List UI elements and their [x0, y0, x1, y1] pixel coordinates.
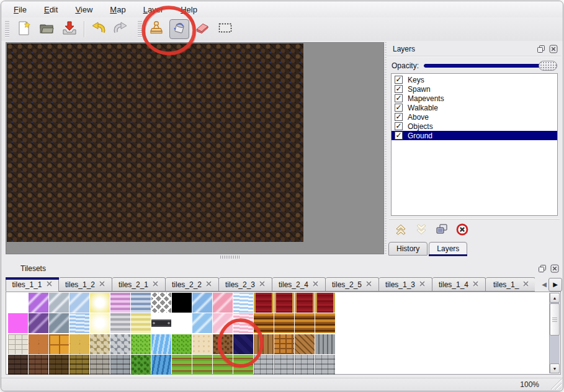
- tab-close-icon[interactable]: [419, 280, 426, 289]
- tileset-tab-tiles_2_5[interactable]: tiles_2_5: [326, 277, 379, 292]
- tile-r4-c7[interactable]: [131, 355, 151, 375]
- tile-r1-c6[interactable]: [110, 293, 130, 313]
- tile-r3-c16[interactable]: [315, 334, 335, 354]
- tab-history[interactable]: History: [388, 242, 427, 256]
- tileset-tab-tiles_1_1[interactable]: tiles_1_1: [6, 277, 59, 292]
- tile-r4-c8[interactable]: [151, 355, 171, 375]
- tab-close-icon[interactable]: [205, 280, 212, 289]
- opacity-slider[interactable]: [424, 60, 557, 71]
- layer-visibility-checkbox[interactable]: ✓: [395, 131, 403, 140]
- tile-r3-c11[interactable]: [213, 334, 233, 354]
- tab-close-icon[interactable]: [46, 280, 53, 289]
- tab-scroll-right-button[interactable]: ▶: [548, 278, 562, 292]
- menu-layer[interactable]: Layer: [143, 5, 164, 14]
- tile-r3-c6[interactable]: [110, 334, 130, 354]
- tile-r2-c5[interactable]: [90, 313, 110, 333]
- tab-scroll-left-button[interactable]: ◀: [540, 278, 548, 291]
- tile-r1-c1[interactable]: [8, 293, 28, 313]
- tileset-tab-tiles_2_1[interactable]: tiles_2_1: [112, 277, 166, 292]
- tile-r1-c15[interactable]: [295, 293, 315, 313]
- tileset-tab-tiles_1[interactable]: tiles_1_: [486, 277, 535, 292]
- map-tile-pattern[interactable]: [7, 43, 303, 242]
- menu-view[interactable]: View: [75, 5, 92, 14]
- tab-close-icon[interactable]: [259, 280, 266, 289]
- tile-r1-c7[interactable]: [131, 293, 151, 313]
- new-button[interactable]: [14, 19, 34, 39]
- tab-close-icon[interactable]: [312, 280, 319, 289]
- horizontal-splitter-grip[interactable]: [220, 256, 240, 259]
- tile-r3-c10[interactable]: [192, 334, 212, 354]
- tile-r4-c12[interactable]: [233, 355, 253, 375]
- layer-visibility-checkbox[interactable]: ✓: [395, 122, 403, 130]
- tile-r1-c3[interactable]: [49, 293, 69, 313]
- tile-r1-c4[interactable]: [69, 293, 89, 313]
- tile-r3-c2[interactable]: [29, 334, 48, 354]
- tileset-scrollbar[interactable]: ▲ ▼: [549, 293, 560, 373]
- stamp-tool-button[interactable]: [146, 19, 166, 39]
- tile-r1-c5[interactable]: [90, 293, 110, 313]
- tile-r2-c15[interactable]: [295, 313, 315, 333]
- tile-r4-c16[interactable]: [315, 355, 335, 375]
- tile-r2-c9[interactable]: [172, 313, 192, 333]
- tile-r2-c3[interactable]: [49, 313, 69, 333]
- tab-close-icon[interactable]: [522, 280, 529, 289]
- fill-tool-button[interactable]: [169, 19, 189, 39]
- redo-button[interactable]: [111, 19, 131, 39]
- scrollbar-down-button[interactable]: ▼: [550, 363, 560, 373]
- layer-row-objects[interactable]: ✓Objects: [392, 122, 557, 131]
- save-button[interactable]: [60, 19, 79, 39]
- layer-row-keys[interactable]: ✓Keys: [392, 75, 557, 84]
- tile-r1-c11[interactable]: [213, 293, 233, 313]
- tile-r3-c4[interactable]: [69, 334, 89, 354]
- layer-row-ground[interactable]: ✓Ground: [392, 131, 557, 140]
- tile-r1-c12[interactable]: [233, 293, 253, 313]
- tab-close-icon[interactable]: [472, 280, 479, 289]
- tab-layers[interactable]: Layers: [429, 242, 467, 256]
- tile-r4-c4[interactable]: [69, 355, 89, 375]
- map-canvas[interactable]: [6, 42, 384, 254]
- move-layer-up-button[interactable]: [394, 223, 408, 236]
- layers-close-button[interactable]: [548, 44, 558, 54]
- tile-r2-c16[interactable]: [315, 313, 335, 333]
- tileset-tab-tiles_2_2[interactable]: tiles_2_2: [166, 277, 219, 292]
- tile-r2-c8[interactable]: [151, 313, 171, 333]
- tile-r3-c15[interactable]: [295, 334, 315, 354]
- tile-r4-c11[interactable]: [213, 355, 233, 375]
- tile-r1-c13[interactable]: [254, 293, 274, 313]
- layer-row-spawn[interactable]: ✓Spawn: [392, 84, 557, 94]
- tile-r1-c16[interactable]: [315, 293, 335, 313]
- open-button[interactable]: [37, 19, 56, 39]
- layer-visibility-checkbox[interactable]: ✓: [395, 85, 403, 93]
- tile-r2-c7[interactable]: [131, 313, 151, 333]
- tileset-tab-tiles_1_4[interactable]: tiles_1_4: [432, 277, 486, 292]
- delete-layer-button[interactable]: [455, 223, 469, 236]
- tile-r1-c10[interactable]: [192, 293, 212, 313]
- tile-r2-c14[interactable]: [274, 313, 294, 333]
- layer-visibility-checkbox[interactable]: ✓: [395, 104, 403, 112]
- tile-r4-c5[interactable]: [90, 355, 110, 375]
- tile-r4-c6[interactable]: [110, 355, 130, 375]
- tilesets-float-button[interactable]: [537, 264, 547, 274]
- tileset-tab-tiles_2_4[interactable]: tiles_2_4: [272, 277, 326, 292]
- layer-row-walkable[interactable]: ✓Walkable: [392, 103, 557, 112]
- duplicate-layer-button[interactable]: [435, 223, 449, 236]
- tab-close-icon[interactable]: [365, 280, 372, 289]
- tile-r4-c10[interactable]: [192, 355, 212, 375]
- tile-r3-c8[interactable]: [151, 334, 171, 354]
- tile-r2-c6[interactable]: [110, 313, 130, 333]
- menu-map[interactable]: Map: [110, 5, 125, 14]
- opacity-slider-track[interactable]: [424, 64, 557, 68]
- tile-r3-c9[interactable]: [172, 334, 192, 354]
- tile-r2-c10[interactable]: [192, 313, 212, 333]
- tile-r2-c13[interactable]: [254, 313, 274, 333]
- menu-help[interactable]: Help: [181, 5, 197, 14]
- layer-visibility-checkbox[interactable]: ✓: [395, 113, 403, 121]
- tilesets-close-button[interactable]: [550, 264, 560, 274]
- tile-r1-c8[interactable]: [151, 293, 171, 313]
- tile-r1-c9[interactable]: [172, 293, 192, 313]
- tile-r2-c4[interactable]: [69, 313, 89, 333]
- tile-r2-c12[interactable]: [233, 313, 253, 333]
- tile-r4-c2[interactable]: [29, 355, 48, 375]
- tile-r1-c14[interactable]: [274, 293, 294, 313]
- window-resize-grip[interactable]: [550, 378, 562, 390]
